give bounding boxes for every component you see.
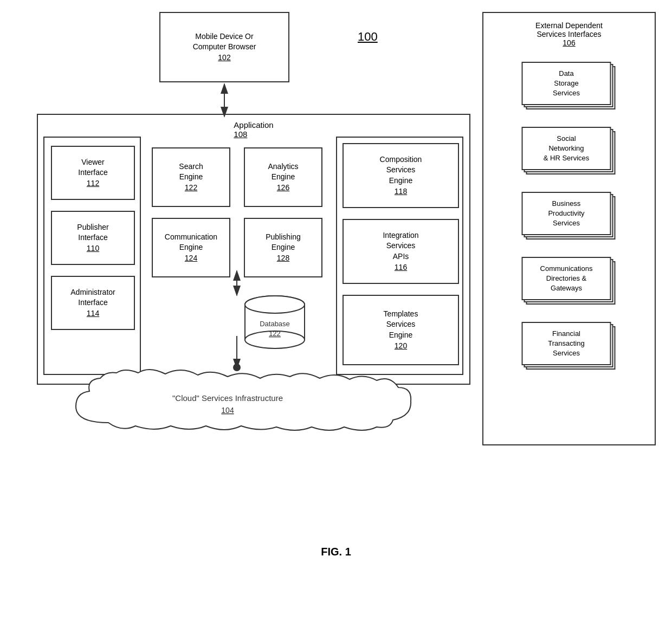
- analytics-engine-box: Analytics Engine 126: [244, 147, 322, 207]
- financial-transacting-stack: FinancialTransactingServices: [522, 322, 617, 374]
- analytics-engine-label: Analytics Engine: [268, 161, 298, 183]
- search-engine-number: 122: [185, 183, 197, 193]
- data-storage-label: DataStorageServices: [553, 69, 580, 99]
- cloud-shape: "Cloud" Services Infrastructure 104: [43, 368, 423, 439]
- interfaces-box: Viewer Interface 112 Publisher Interface…: [43, 137, 141, 375]
- analytics-engine-number: 126: [277, 183, 289, 193]
- viewer-interface-box: Viewer Interface 112: [51, 146, 135, 200]
- search-engine-label: Search Engine: [179, 161, 203, 183]
- integration-services-number: 116: [395, 262, 407, 273]
- viewer-interface-number: 112: [87, 178, 99, 189]
- templates-services-box: Templates Services Engine 120: [343, 295, 459, 365]
- viewer-interface-label: Viewer Interface: [78, 157, 107, 178]
- communication-engine-label: Communication Engine: [165, 232, 217, 253]
- integration-services-label: Integration Services APIs: [383, 230, 418, 262]
- templates-services-label: Templates Services Engine: [384, 309, 418, 341]
- communications-directories-label: CommunicationsDirectories &Gateways: [540, 264, 593, 294]
- external-services-number: 106: [563, 38, 575, 47]
- cloud-container: "Cloud" Services Infrastructure 104: [43, 368, 423, 439]
- application-number: 108: [234, 130, 247, 139]
- administrator-interface-label: Administrator Interface: [70, 287, 115, 308]
- publishing-engine-number: 128: [277, 253, 289, 264]
- administrator-interface-box: Administrator Interface 114: [51, 276, 135, 330]
- services-box: Composition Services Engine 118 Integrat…: [336, 137, 463, 375]
- social-networking-label: SocialNetworking& HR Services: [544, 134, 590, 164]
- communication-engine-number: 124: [185, 253, 197, 264]
- main-number: 100: [358, 30, 378, 44]
- publisher-interface-number: 110: [87, 243, 99, 254]
- svg-point-9: [245, 296, 305, 313]
- publisher-interface-label: Publisher Interface: [77, 222, 108, 243]
- fig-title: FIG. 1: [321, 546, 351, 558]
- mobile-device-box: Mobile Device Or Computer Browser 102: [159, 12, 289, 82]
- composition-services-label: Composition Services Engine: [380, 154, 422, 186]
- application-label: Application 108: [234, 120, 273, 139]
- publishing-engine-box: Publishing Engine 128: [244, 218, 322, 277]
- data-storage-stack: DataStorageServices: [522, 62, 617, 114]
- fig-label: FIG. 1: [0, 546, 672, 558]
- composition-services-number: 118: [395, 186, 407, 197]
- publisher-interface-box: Publisher Interface 110: [51, 211, 135, 265]
- integration-services-box: Integration Services APIs 116: [343, 219, 459, 284]
- external-services-outer-box: External DependentServices Interfaces 10…: [482, 12, 656, 445]
- mobile-device-label: Mobile Device Or Computer Browser: [193, 31, 256, 53]
- diagram: 100 Mobile Device Or Computer Browser 10…: [0, 0, 672, 574]
- business-productivity-stack: BusinessProductivityServices: [522, 192, 617, 244]
- svg-text:Database: Database: [260, 320, 290, 328]
- communications-directories-stack: CommunicationsDirectories &Gateways: [522, 257, 617, 309]
- database-icon: Database 122: [233, 294, 317, 353]
- business-productivity-label: BusinessProductivityServices: [548, 199, 584, 229]
- composition-services-box: Composition Services Engine 118: [343, 143, 459, 208]
- svg-text:104: 104: [221, 406, 234, 415]
- application-outer-box: Application 108 Viewer Interface 112 Pub…: [37, 114, 470, 385]
- templates-services-number: 120: [395, 341, 407, 352]
- svg-text:"Cloud" Services Infrastructur: "Cloud" Services Infrastructure: [172, 393, 283, 403]
- administrator-interface-number: 114: [87, 308, 99, 319]
- external-services-title: External DependentServices Interfaces 10…: [535, 21, 603, 47]
- social-networking-stack: SocialNetworking& HR Services: [522, 127, 617, 179]
- publishing-engine-label: Publishing Engine: [266, 232, 301, 253]
- database-container: Database 122: [233, 294, 317, 355]
- svg-text:122: 122: [269, 329, 281, 338]
- communication-engine-box: Communication Engine 124: [152, 218, 230, 277]
- search-engine-box: Search Engine 122: [152, 147, 230, 207]
- financial-transacting-label: FinancialTransactingServices: [548, 329, 584, 359]
- mobile-device-number: 102: [218, 53, 230, 63]
